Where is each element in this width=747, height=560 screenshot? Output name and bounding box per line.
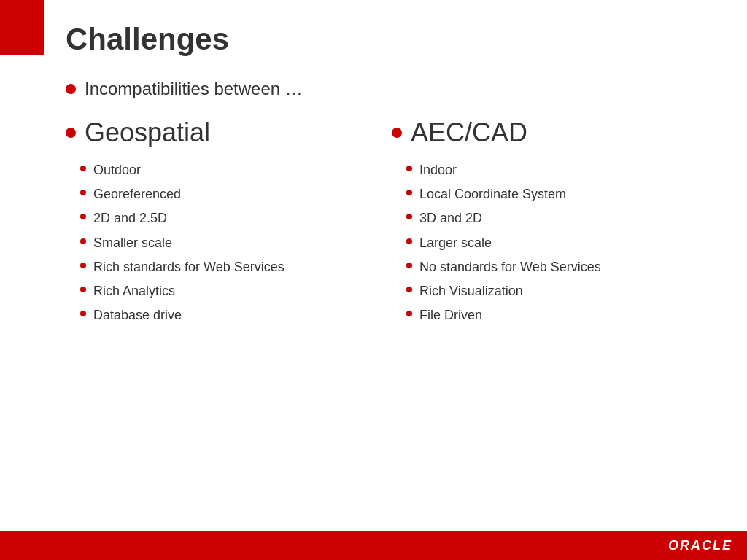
list-item-text: Indoor [419,161,457,179]
bullet-dot [406,262,412,268]
list-item-text: Georeferenced [93,185,181,203]
main-bullet-text: Incompatibilities between … [85,79,303,99]
list-item: Rich Analytics [80,282,377,300]
list-item: Smaller scale [80,234,377,252]
main-content: Challenges Incompatibilities between … G… [44,0,747,531]
list-item-text: Smaller scale [93,234,172,252]
list-item: Georeferenced [80,185,377,203]
red-square [0,0,44,55]
list-item: Larger scale [406,234,703,252]
geospatial-column: Geospatial Outdoor Georeferenced 2D and … [66,117,392,330]
list-item-text: Outdoor [93,161,141,179]
bullet-dot [80,166,86,171]
list-item: Local Coordinate System [406,185,703,203]
list-item-text: 3D and 2D [419,209,482,228]
list-item: 2D and 2.5D [80,209,377,228]
aec-cad-title-text: AEC/CAD [411,117,527,148]
list-item: Rich Visualization [406,282,703,300]
bullet-dot [80,311,86,316]
geospatial-list: Outdoor Georeferenced 2D and 2.5D Smalle… [66,161,377,324]
list-item-text: Local Coordinate System [419,185,566,203]
list-item: No standards for Web Services [406,258,703,276]
geospatial-title-dot [66,128,76,138]
list-item-text: Rich standards for Web Services [93,258,285,276]
aec-cad-list: Indoor Local Coordinate System 3D and 2D… [392,161,703,324]
aec-cad-title-dot [392,128,402,138]
list-item-text: No standards for Web Services [419,258,601,276]
bullet-dot [406,287,412,292]
list-item-text: Rich Analytics [93,282,175,300]
bullet-dot [406,166,412,171]
list-item: Rich standards for Web Services [80,258,377,276]
aec-cad-column: AEC/CAD Indoor Local Coordinate System 3… [392,117,718,330]
bullet-dot [406,190,412,195]
list-item-text: Rich Visualization [419,282,523,300]
list-item: Outdoor [80,161,377,179]
oracle-logo: ORACLE [668,538,732,553]
list-item-text: Database drive [93,306,182,324]
bullet-dot [406,214,412,219]
red-bar [0,0,44,560]
list-item-text: 2D and 2.5D [93,209,167,228]
bullet-dot [406,311,412,316]
bullet-dot [80,287,86,292]
footer-bar: ORACLE [0,531,747,560]
bullet-dot [406,238,412,244]
bullet-dot [80,262,86,268]
list-item-text: Larger scale [419,234,492,252]
bullet-dot [80,238,86,244]
geospatial-title: Geospatial [66,117,377,148]
list-item: Database drive [80,306,377,324]
aec-cad-title: AEC/CAD [392,117,703,148]
bullet-dot [80,190,86,195]
columns-section: Geospatial Outdoor Georeferenced 2D and … [66,117,718,330]
list-item: 3D and 2D [406,209,703,228]
geospatial-title-text: Geospatial [85,117,210,148]
list-item-text: File Driven [419,306,482,324]
page-title: Challenges [66,22,718,57]
main-bullet-dot [66,84,76,94]
list-item: Indoor [406,161,703,179]
bullet-dot [80,214,86,219]
main-bullet-item: Incompatibilities between … [66,79,718,99]
list-item: File Driven [406,306,703,324]
